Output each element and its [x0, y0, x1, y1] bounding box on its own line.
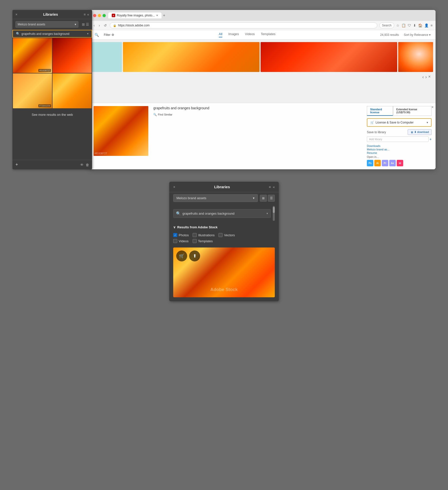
lpl-close-icon[interactable]: ×	[173, 185, 175, 189]
add-library-plus-icon[interactable]: +	[430, 137, 432, 141]
scrollbar-track[interactable]	[273, 206, 275, 221]
filter-button[interactable]: Filter ⚙	[104, 33, 114, 37]
bookmark-icon[interactable]: ☆	[396, 23, 399, 27]
lpl-list-view-btn[interactable]: ☰	[268, 195, 275, 202]
close-traffic-light[interactable]	[93, 14, 96, 17]
illustrations-checkbox-item[interactable]: Illustrations	[193, 233, 215, 237]
vectors-checkbox[interactable]	[219, 233, 223, 237]
download-icon[interactable]: ⬇	[413, 23, 416, 27]
extended-license-tab[interactable]: Extended license (US$79.99)	[393, 106, 432, 116]
add-library-input[interactable]: Add library	[367, 136, 429, 142]
address-bar[interactable]: 🔒 https://stock.adobe.com	[110, 22, 377, 28]
stock-image-half[interactable]	[398, 42, 433, 72]
overlay-close-icon[interactable]: ×	[432, 105, 434, 109]
grid-view-icon[interactable]: ⊞	[82, 22, 85, 26]
reload-button[interactable]: ↺	[103, 23, 108, 28]
filter-icon: ⚙	[112, 33, 114, 37]
menu-icon[interactable]: ≡	[84, 12, 86, 16]
browser-window: A Royalty free images, photo... × + ‹ › …	[90, 10, 436, 169]
resume-link[interactable]: Resume	[367, 151, 432, 154]
address-bar-row: ‹ › ↺ 🔒 https://stock.adobe.com Search ☆…	[90, 21, 436, 30]
lpl-search-row: 🔍 grapefruits and oranges background ▾	[169, 204, 279, 223]
melozo-link[interactable]: Melozo brand as...	[367, 148, 432, 151]
photos-label: Photos	[179, 233, 189, 237]
next-icon[interactable]: ›	[425, 74, 427, 80]
stock-image-red[interactable]	[261, 42, 397, 72]
tab-images[interactable]: Images	[228, 32, 239, 37]
account-icon[interactable]: 👤	[424, 23, 429, 27]
lpl-collapse-icon[interactable]: «	[273, 185, 275, 189]
checkmark-icon: ✓	[174, 234, 176, 237]
prev-icon[interactable]: ‹	[422, 74, 424, 80]
videos-checkbox-item[interactable]: Videos	[173, 239, 189, 243]
panel-footer: + 👁 🗑	[12, 160, 92, 169]
stock-image-orange[interactable]	[123, 42, 260, 72]
photoshop-icon[interactable]: Ps	[367, 160, 373, 166]
lpl-search-input[interactable]: 🔍 grapefruits and oranges background ▾	[173, 209, 271, 218]
menu-browser-icon[interactable]: ≡	[431, 23, 433, 27]
photos-checkbox-item[interactable]: ✓ Photos	[173, 233, 189, 237]
close-icon[interactable]: ×	[15, 12, 17, 16]
lpl-cart-button[interactable]: 🛒	[176, 250, 187, 261]
lpl-search-chevron-icon: ▾	[267, 212, 268, 215]
add-button[interactable]: +	[15, 162, 18, 167]
stock-image-teal[interactable]	[92, 42, 122, 72]
lpl-library-dropdown[interactable]: Melozo brand assets ▾	[173, 194, 258, 202]
app-icons-row: Ps Ai Pr Ae Id	[367, 160, 432, 166]
lpl-results-title: Results from Adobe Stock	[177, 225, 218, 229]
templates-checkbox-item[interactable]: Templates	[193, 239, 213, 243]
download-button[interactable]: 🖥 ⬇ download	[408, 129, 432, 135]
list-view-icon[interactable]: ☰	[86, 22, 89, 26]
illustrations-checkbox[interactable]	[193, 233, 197, 237]
detail-title: grapefruits and oranges background	[153, 106, 362, 110]
lpl-search-icon: 🔍	[176, 211, 181, 216]
illustrator-icon[interactable]: Ai	[374, 160, 381, 166]
tab-bar: A Royalty free images, photo... × +	[108, 12, 432, 18]
image-cell-1[interactable]: #81638727	[13, 38, 52, 73]
fullscreen-traffic-light[interactable]	[103, 14, 106, 17]
url-text: https://stock.adobe.com	[118, 24, 150, 27]
license-save-button[interactable]: 🛒 License & Save to Computer ▾	[367, 118, 432, 127]
back-button[interactable]: ‹	[93, 23, 96, 28]
trash-icon[interactable]: 🗑	[86, 163, 89, 167]
templates-label: Templates	[198, 239, 213, 243]
library-dropdown[interactable]: Melozo brand assets ▾	[15, 21, 78, 28]
photos-checkbox[interactable]: ✓	[173, 233, 177, 237]
sort-dropdown[interactable]: Sort by Relevance ▾	[404, 33, 431, 37]
browser-titlebar: A Royalty free images, photo... × +	[90, 10, 436, 21]
vectors-checkbox-item[interactable]: Vectors	[219, 233, 235, 237]
bottom-section: × Libraries ≡ « Melozo brand assets ▾ ⊞ …	[0, 177, 448, 311]
minimize-traffic-light[interactable]	[98, 14, 101, 17]
browser-tab[interactable]: A Royalty free images, photo... ×	[108, 12, 162, 18]
tab-videos[interactable]: Videos	[245, 32, 255, 37]
eye-icon[interactable]: 👁	[80, 163, 84, 167]
detail-main-image[interactable]	[94, 106, 148, 156]
browser-search-bar[interactable]: Search	[379, 22, 394, 28]
tab-close-icon[interactable]: ×	[156, 14, 158, 17]
standard-license-tab[interactable]: Standard license	[367, 106, 393, 116]
templates-checkbox[interactable]	[193, 239, 197, 243]
lpl-upload-button[interactable]: ⬆	[189, 250, 200, 261]
lpl-dropdown-chevron-icon: ▾	[253, 196, 255, 200]
indesign-icon[interactable]: Id	[397, 160, 403, 166]
tab-templates[interactable]: Templates	[261, 32, 276, 37]
find-similar-label[interactable]: Find Similar	[158, 113, 172, 116]
links-section: Downloads Melozo brand as... Resume	[367, 144, 432, 154]
downloads-link[interactable]: Downloads	[367, 144, 432, 147]
close-detail-icon[interactable]: ×	[428, 74, 431, 80]
lpl-grid-view-btn[interactable]: ⊞	[260, 195, 267, 202]
image-cell-2[interactable]: #72944209	[13, 73, 52, 108]
collapse-icon[interactable]: «	[87, 12, 89, 16]
see-more-results[interactable]: See more results on the web	[12, 109, 92, 121]
shield-icon[interactable]: 🛡	[408, 23, 411, 27]
videos-checkbox[interactable]	[173, 239, 177, 243]
reading-list-icon[interactable]: 📋	[401, 23, 406, 27]
home-icon[interactable]: 🏠	[418, 23, 422, 27]
new-tab-button[interactable]: +	[163, 13, 165, 18]
premiere-icon[interactable]: Pr	[382, 160, 388, 166]
tab-all[interactable]: All	[219, 32, 222, 37]
forward-button[interactable]: ›	[98, 23, 101, 28]
dropdown-chevron-icon: ▾	[75, 23, 76, 26]
lpl-menu-icon[interactable]: ≡	[269, 185, 271, 189]
after-effects-icon[interactable]: Ae	[389, 160, 396, 166]
